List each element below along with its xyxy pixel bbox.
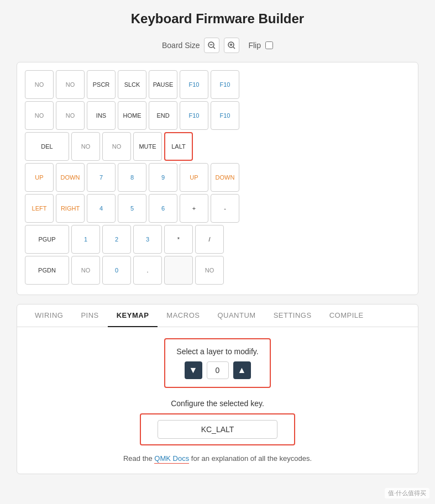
key-NO-4[interactable]: NO	[56, 101, 85, 130]
layer-section: Select a layer to modify. ▼ 0 ▲	[164, 338, 270, 388]
key-END[interactable]: END	[149, 101, 177, 130]
tab-macros[interactable]: MACROS	[158, 305, 208, 327]
tab-wiring[interactable]: WIRING	[26, 305, 72, 327]
key-asterisk[interactable]: *	[164, 225, 193, 254]
key-4[interactable]: 4	[87, 194, 116, 223]
flip-checkbox[interactable]	[265, 41, 273, 49]
key-input-field[interactable]	[158, 420, 277, 439]
key-F10-2[interactable]: F10	[211, 70, 239, 99]
tab-compile[interactable]: COMPILE	[321, 305, 373, 327]
layer-decrement-icon: ▼	[189, 365, 198, 375]
nav-tabs: WIRING PINS KEYMAP MACROS QUANTUM SETTIN…	[17, 304, 418, 474]
key-7[interactable]: 7	[87, 163, 116, 192]
key-F10-1[interactable]: F10	[180, 70, 208, 99]
key-PGDN[interactable]: PGDN	[25, 256, 69, 285]
key-row-7: PGDN NO 0 . NO	[25, 256, 410, 285]
key-NO-7[interactable]: NO	[71, 256, 100, 285]
key-NO-6[interactable]: NO	[102, 132, 131, 161]
key-NO-2[interactable]: NO	[56, 70, 85, 99]
tab-content-keymap: Select a layer to modify. ▼ 0 ▲ Configur…	[17, 327, 418, 474]
key-RIGHT[interactable]: RIGHT	[56, 194, 85, 223]
svg-line-2	[213, 47, 215, 49]
key-PGUP[interactable]: PGUP	[25, 225, 69, 254]
board-size-label: Board Size	[162, 41, 200, 50]
zoom-in-button[interactable]	[224, 38, 239, 53]
key-SLCK[interactable]: SLCK	[118, 70, 146, 99]
page-title: Keyboard Firmware Builder	[0, 11, 435, 27]
key-NO-1[interactable]: NO	[25, 70, 54, 99]
key-row-6: PGUP 1 2 3 * /	[25, 225, 410, 254]
layer-increment-icon: ▲	[238, 365, 247, 375]
watermark: 值·什么值得买	[385, 488, 429, 498]
key-DEL[interactable]: DEL	[25, 132, 69, 161]
key-INS[interactable]: INS	[87, 101, 116, 130]
key-UP-1[interactable]: UP	[25, 163, 54, 192]
key-8[interactable]: 8	[118, 163, 146, 192]
key-empty[interactable]	[164, 256, 193, 285]
tab-quantum[interactable]: QUANTUM	[208, 305, 264, 327]
key-2[interactable]: 2	[102, 225, 131, 254]
key-6[interactable]: 6	[149, 194, 177, 223]
key-NO-5[interactable]: NO	[71, 132, 100, 161]
layer-value-display: 0	[207, 361, 229, 379]
key-F10-3[interactable]: F10	[180, 101, 208, 130]
key-row-2: NO NO INS HOME END F10 F10	[25, 101, 410, 130]
key-DOWN-1[interactable]: DOWN	[56, 163, 85, 192]
layer-controls: ▼ 0 ▲	[185, 361, 251, 379]
key-MUTE[interactable]: MUTE	[133, 132, 162, 161]
tab-settings[interactable]: SETTINGS	[265, 305, 321, 327]
key-LALT[interactable]: LALT	[164, 132, 193, 161]
key-PAUSE[interactable]: PAUSE	[149, 70, 177, 99]
board-controls: Board Size Flip	[0, 38, 435, 53]
key-plus[interactable]: +	[180, 194, 208, 223]
docs-text-after: for an explanation of all the keycodes.	[189, 454, 312, 463]
key-9[interactable]: 9	[149, 163, 177, 192]
key-1[interactable]: 1	[71, 225, 100, 254]
flip-label: Flip	[248, 41, 261, 50]
key-NO-3[interactable]: NO	[25, 101, 54, 130]
key-row-3: DEL NO NO MUTE LALT	[25, 132, 410, 161]
key-input-section	[140, 413, 295, 445]
tabs-header: WIRING PINS KEYMAP MACROS QUANTUM SETTIN…	[17, 305, 418, 327]
tab-keymap[interactable]: KEYMAP	[108, 305, 158, 327]
zoom-out-button[interactable]	[204, 38, 219, 53]
key-row-5: LEFT RIGHT 4 5 6 + -	[25, 194, 410, 223]
key-PSCR[interactable]: PSCR	[87, 70, 116, 99]
key-NO-8[interactable]: NO	[195, 256, 224, 285]
key-row-1: NO NO PSCR SLCK PAUSE F10 F10	[25, 70, 410, 99]
configure-label: Configure the selected key.	[171, 399, 264, 408]
keyboard-container: NO NO PSCR SLCK PAUSE F10 F10 NO NO INS …	[17, 62, 418, 295]
zoom-out-icon	[208, 41, 216, 49]
key-0[interactable]: 0	[102, 256, 131, 285]
key-row-4: UP DOWN 7 8 9 UP DOWN	[25, 163, 410, 192]
key-dot[interactable]: .	[133, 256, 162, 285]
key-DOWN-2[interactable]: DOWN	[211, 163, 239, 192]
key-3[interactable]: 3	[133, 225, 162, 254]
key-LEFT[interactable]: LEFT	[25, 194, 54, 223]
tab-pins[interactable]: PINS	[72, 305, 107, 327]
key-HOME[interactable]: HOME	[118, 101, 146, 130]
key-UP-2[interactable]: UP	[180, 163, 208, 192]
docs-text: Read the QMK Docs for an explanation of …	[123, 454, 312, 463]
key-F10-4[interactable]: F10	[211, 101, 239, 130]
layer-section-label: Select a layer to modify.	[176, 347, 258, 356]
layer-decrement-button[interactable]: ▼	[185, 361, 202, 379]
qmk-docs-link[interactable]: QMK Docs	[154, 454, 189, 464]
key-5[interactable]: 5	[118, 194, 146, 223]
key-minus[interactable]: -	[211, 194, 239, 223]
zoom-in-icon	[228, 41, 235, 49]
svg-line-6	[233, 47, 235, 49]
layer-increment-button[interactable]: ▲	[233, 361, 251, 379]
page-container: Keyboard Firmware Builder Board Size Fli…	[0, 0, 435, 496]
docs-text-before: Read the	[123, 454, 154, 463]
key-slash[interactable]: /	[195, 225, 224, 254]
